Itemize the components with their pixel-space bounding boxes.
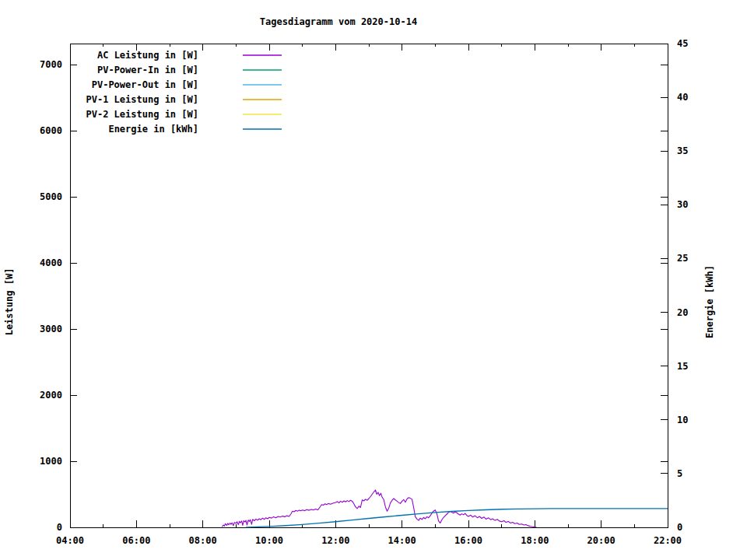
- x-tick-label: 14:00: [388, 535, 416, 546]
- y-right-tick-label: 35: [677, 145, 688, 156]
- y-right-tick-label: 40: [677, 92, 688, 103]
- x-tick-label: 20:00: [587, 535, 615, 546]
- y-left-tick-label: 0: [57, 522, 62, 533]
- y-right-tick-label: 30: [677, 199, 688, 210]
- legend-label: PV-2 Leistung in [W]: [86, 109, 199, 120]
- legend-label: PV-1 Leistung in [W]: [86, 94, 199, 105]
- x-tick-label: 08:00: [189, 535, 217, 546]
- legend-label: PV-Power-In in [W]: [97, 65, 198, 75]
- y-left-tick-label: 4000: [40, 257, 62, 268]
- y-left-tick-label: 2000: [40, 390, 62, 401]
- legend-label: AC Leistung in [W]: [97, 50, 198, 61]
- chart-canvas: Tagesdiagramm vom 2020-10-14 Leistung [W…: [0, 0, 747, 560]
- x-tick-label: 06:00: [122, 535, 150, 546]
- x-tick-label: 22:00: [654, 535, 682, 546]
- y-left-tick-label: 3000: [40, 324, 62, 334]
- y-right-tick-label: 5: [677, 468, 682, 479]
- y-left-tick-label: 1000: [40, 456, 62, 467]
- y-left-tick-label: 6000: [40, 125, 62, 136]
- y-right-tick-label: 45: [677, 38, 688, 49]
- x-tick-label: 16:00: [454, 535, 482, 546]
- right-axis-title: Energie [kWh]: [704, 265, 715, 338]
- left-axis-title: Leistung [W]: [4, 268, 15, 336]
- chart-title: Tagesdiagramm vom 2020-10-14: [260, 16, 417, 27]
- y-right-tick-label: 20: [677, 307, 688, 318]
- x-tick-label: 04:00: [56, 535, 84, 546]
- y-right-tick-label: 15: [677, 361, 688, 372]
- legend-label: Energie in [kWh]: [108, 124, 198, 135]
- series-line-energie-in-kwh: [246, 509, 668, 527]
- plot-svg: Tagesdiagramm vom 2020-10-14 Leistung [W…: [0, 0, 747, 560]
- y-right-tick-label: 0: [677, 522, 682, 533]
- legend-label: PV-Power-Out in [W]: [92, 79, 198, 90]
- y-right-tick-label: 25: [677, 253, 688, 264]
- x-tick-label: 10:00: [255, 535, 283, 546]
- y-left-tick-label: 5000: [40, 191, 62, 202]
- y-left-tick-label: 7000: [40, 59, 62, 70]
- x-tick-label: 12:00: [321, 535, 349, 546]
- y-right-tick-label: 10: [677, 415, 688, 425]
- x-tick-label: 18:00: [521, 535, 549, 546]
